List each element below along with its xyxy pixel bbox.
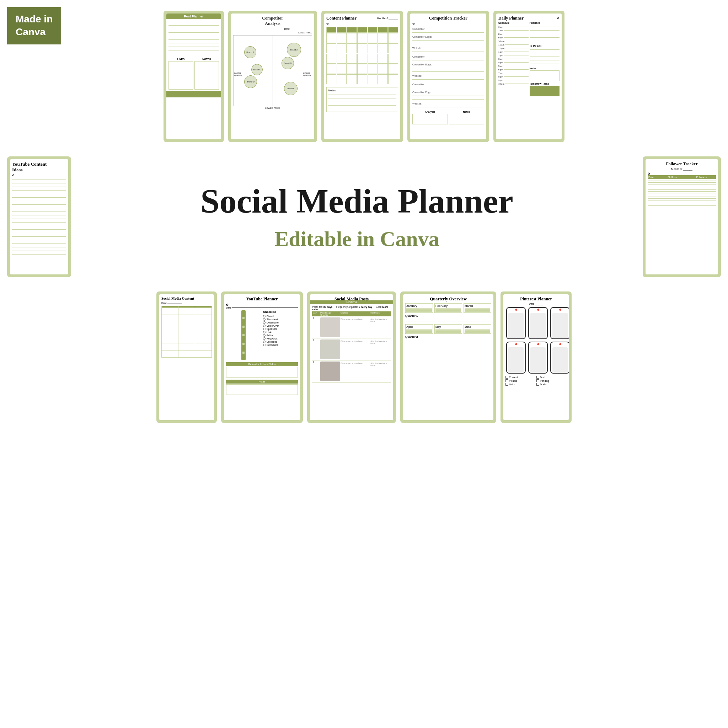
center-text-block: Social Media Planner Editable in Canva xyxy=(71,182,643,252)
follower-tracker-card: Follower Tracker Month of ______ ✿ Date … xyxy=(643,156,721,277)
quarterly-overview-title: Quarterly Overview xyxy=(405,297,491,302)
top-row: Post Planner LINKS NOTES xyxy=(7,11,721,142)
competitor-analysis-title: CompetitorAnalysis xyxy=(233,16,312,26)
brand-e-bubble: Brand E xyxy=(251,64,263,75)
pinterest-planner-title: Pinterest Planner xyxy=(505,297,567,302)
main-subtitle: Editable in Canva xyxy=(85,227,629,251)
brand-f-bubble: Brand F xyxy=(244,46,256,58)
quarterly-overview-card: Quarterly Overview January February xyxy=(400,292,496,423)
social-media-posts-card: Social Media Posts MONTH Posts for: 30 d… xyxy=(307,292,396,423)
brand-b-bubble: Brand B xyxy=(281,57,294,69)
calendar-grid xyxy=(326,27,398,84)
competitor-analysis-card: CompetitorAnalysis Date: HIGHER PRICE Br… xyxy=(228,11,317,142)
competition-tracker-card: Competition Tracker ✿ Competitor: Compet… xyxy=(407,11,489,142)
brand-d-bubble: Brand D xyxy=(244,75,257,88)
youtube-planner-card: YouTube Planner ✿ Date xyxy=(221,292,303,423)
daily-planner-card: Daily Planner ✿ Schedule 6 am 7 am 8 am … xyxy=(493,11,564,142)
daily-planner-title: Daily Planner xyxy=(499,16,524,21)
content-planner-notes-label: Notes xyxy=(328,89,396,92)
content-planner-title: Content Planner xyxy=(326,16,356,21)
brand-c-bubble: Brand C xyxy=(284,82,298,95)
youtube-planner-title: YouTube Planner xyxy=(226,297,298,302)
post-planner-card: Post Planner LINKS NOTES xyxy=(164,11,224,142)
youtube-content-ideas-title: YouTube ContentIdeas xyxy=(12,161,66,173)
middle-section: YouTube ContentIdeas ✿ Social Media Plan… xyxy=(7,149,721,284)
competition-tracker-title: Competition Tracker xyxy=(412,16,484,21)
youtube-content-ideas-card: YouTube ContentIdeas ✿ xyxy=(7,156,71,277)
main-title: Social Media Planner xyxy=(85,182,629,220)
content-planner-card: Content Planner Month of ______ ✿ xyxy=(321,11,403,142)
main-container: Made in Canva Post Planner LINKS NOTES xyxy=(0,0,728,728)
social-media-content-title: Social Media Content xyxy=(161,297,212,300)
follower-tracker-title: Follower Tracker xyxy=(648,161,716,167)
bubble-chart: Brand A Brand B Brand C Brand D Brand E … xyxy=(233,35,312,106)
made-in-canva-banner: Made in Canva xyxy=(7,7,61,44)
social-media-content-card: Social Media Content Date xyxy=(156,292,217,423)
brand-a-bubble: Brand A xyxy=(287,43,301,57)
bottom-row: Social Media Content Date YouTube Planne… xyxy=(7,292,721,423)
pinterest-planner-card: Pinterest Planner Date ______ 🔴 🔴 🔴 xyxy=(500,292,572,423)
